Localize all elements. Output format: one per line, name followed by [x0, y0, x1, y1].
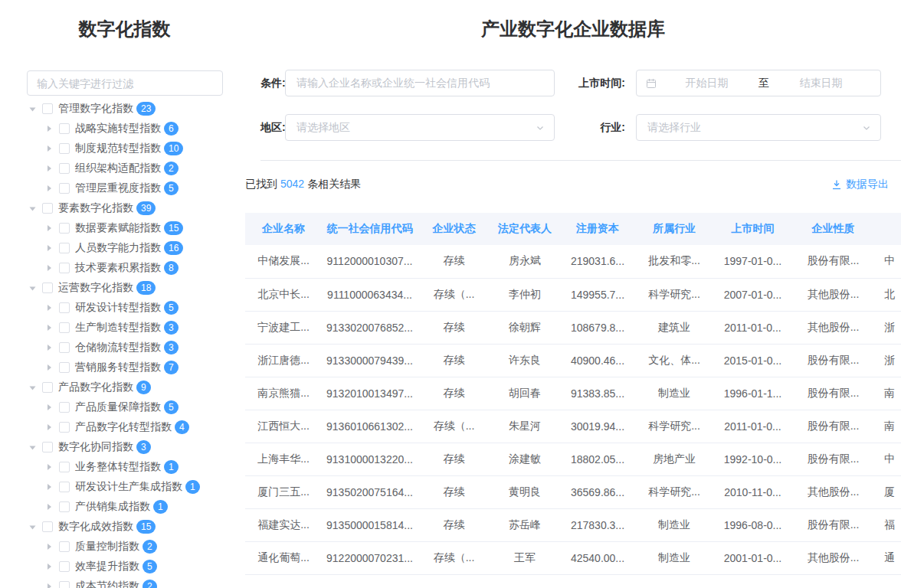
tree-checkbox[interactable]: [59, 163, 70, 174]
tree-item[interactable]: 产供销集成指数1: [0, 497, 249, 517]
caret-right-icon[interactable]: [48, 464, 51, 470]
caret-right-icon[interactable]: [48, 245, 51, 251]
tree-item[interactable]: 效率提升指数5: [0, 557, 249, 577]
tree-item[interactable]: 研发设计转型指数5: [0, 298, 249, 318]
tree-item[interactable]: 管理数字化指数23: [0, 99, 249, 119]
industry-select[interactable]: 请选择行业: [636, 114, 881, 141]
tree-item[interactable]: 数字化协同指数3: [0, 437, 249, 457]
tree-item[interactable]: 数据要素赋能指数15: [0, 218, 249, 238]
caret-down-icon[interactable]: [30, 526, 36, 530]
caret-right-icon[interactable]: [48, 504, 51, 510]
caret-down-icon[interactable]: [30, 108, 36, 112]
tree-checkbox[interactable]: [59, 322, 70, 333]
tree-item[interactable]: 要素数字化指数39: [0, 198, 249, 218]
tree-item[interactable]: 组织架构适配指数2: [0, 158, 249, 178]
table-row[interactable]: 上海丰华...9131000013220...存续涂建敏18802.05...房…: [245, 443, 901, 475]
caret-right-icon[interactable]: [48, 544, 51, 550]
caret-right-icon[interactable]: [48, 424, 51, 430]
tree-item[interactable]: 产品数字化转型指数4: [0, 417, 249, 437]
listing-date-range-picker[interactable]: 开始日期 至 结束日期: [636, 70, 881, 96]
tree-checkbox[interactable]: [59, 501, 70, 512]
tree-checkbox[interactable]: [59, 581, 70, 588]
tree-checkbox[interactable]: [42, 442, 53, 452]
tree-item[interactable]: 运营数字化指数18: [0, 278, 249, 298]
tree-item[interactable]: 产品数字化指数9: [0, 377, 249, 397]
tree-item[interactable]: 生产制造转型指数3: [0, 318, 249, 338]
date-end-placeholder[interactable]: 结束日期: [771, 77, 871, 90]
tree-checkbox[interactable]: [59, 143, 70, 154]
region-select[interactable]: 请选择地区: [285, 114, 555, 141]
caret-right-icon[interactable]: [48, 404, 51, 410]
tree-checkbox[interactable]: [59, 482, 70, 492]
tree-checkbox[interactable]: [59, 561, 70, 572]
caret-right-icon[interactable]: [48, 265, 51, 271]
tree-checkbox[interactable]: [59, 362, 70, 373]
tree-item[interactable]: 成本节约指数2: [0, 577, 249, 588]
table-row[interactable]: 南京熊猫...9132010013497...存续胡回春91383.85...制…: [245, 377, 901, 410]
tree-item[interactable]: 业务整体转型指数1: [0, 457, 249, 477]
table-row[interactable]: 北京中长...9111000063434...存续（...李仲初149955.7…: [245, 278, 901, 311]
tree-checkbox[interactable]: [59, 462, 70, 472]
tree-checkbox[interactable]: [59, 263, 70, 273]
tree-checkbox[interactable]: [42, 521, 53, 532]
caret-right-icon[interactable]: [48, 126, 51, 132]
tree-item[interactable]: 技术要素积累指数8: [0, 258, 249, 278]
caret-right-icon[interactable]: [48, 325, 51, 331]
tree-checkbox[interactable]: [59, 402, 70, 413]
table-row[interactable]: 宁波建工...9133020076852...存续徐朝辉108679.8...建…: [245, 311, 901, 344]
tree-checkbox[interactable]: [42, 203, 53, 214]
table-row[interactable]: 通化葡萄...9122000070231...存续（...王军42540.00.…: [245, 541, 901, 574]
caret-right-icon[interactable]: [48, 225, 51, 231]
table-row[interactable]: 浙江唐德...9133000079439...存续许东良40900.46...文…: [245, 344, 901, 377]
caret-right-icon[interactable]: [48, 305, 51, 311]
caret-right-icon[interactable]: [48, 564, 51, 570]
tree-filter-input[interactable]: [27, 70, 223, 96]
table-cell: 1996-01-1...: [713, 377, 793, 410]
tree-item[interactable]: 质量控制指数2: [0, 537, 249, 557]
table-row[interactable]: 中储发展...9112000010307...存续房永斌219031.6...批…: [245, 245, 901, 278]
caret-right-icon[interactable]: [48, 145, 51, 152]
tree-item[interactable]: 人员数字能力指数16: [0, 238, 249, 258]
condition-input[interactable]: 请输入企业名称或企业统一社会信用代码: [285, 70, 555, 96]
tree-checkbox[interactable]: [59, 123, 70, 134]
caret-right-icon[interactable]: [48, 364, 51, 371]
caret-right-icon[interactable]: [48, 165, 51, 172]
tree-item[interactable]: 数字化成效指数15: [0, 517, 249, 537]
table-row[interactable]: 江西恒大...9136010661302...存续（...朱星河30019.94…: [245, 410, 901, 443]
count-badge: 3: [164, 341, 179, 354]
caret-right-icon[interactable]: [48, 185, 51, 191]
tree-item[interactable]: 营销服务转型指数7: [0, 358, 249, 377]
tree-checkbox[interactable]: [59, 422, 70, 433]
tree-checkbox[interactable]: [42, 283, 53, 293]
count-badge: 2: [143, 580, 157, 588]
tree-checkbox[interactable]: [59, 302, 70, 313]
tree-checkbox[interactable]: [42, 382, 53, 393]
tree-checkbox[interactable]: [59, 541, 70, 552]
caret-down-icon[interactable]: [30, 387, 36, 390]
caret-down-icon[interactable]: [30, 446, 36, 450]
date-start-placeholder[interactable]: 开始日期: [657, 77, 757, 90]
caret-down-icon[interactable]: [30, 287, 36, 291]
table-cell: 2007-01-0...: [713, 278, 793, 311]
table-row[interactable]: 厦门三五...9135020075164...存续黄明良36569.86...科…: [245, 475, 901, 508]
tree-checkbox[interactable]: [42, 103, 53, 114]
tree-item[interactable]: 仓储物流转型指数3: [0, 338, 249, 358]
tree-item[interactable]: 管理层重视度指数5: [0, 178, 249, 198]
tree-checkbox[interactable]: [59, 342, 70, 353]
table-cell: 存续: [418, 311, 490, 344]
caret-right-icon[interactable]: [48, 345, 51, 351]
tree-checkbox[interactable]: [59, 223, 70, 234]
caret-down-icon[interactable]: [30, 207, 36, 211]
tree-item[interactable]: 制度规范转型指数10: [0, 139, 249, 158]
tree-item[interactable]: 战略实施转型指数6: [0, 119, 249, 139]
export-button[interactable]: 数据导出: [831, 178, 889, 191]
tree-item[interactable]: 研发设计生产集成指数1: [0, 477, 249, 497]
tree-checkbox[interactable]: [59, 243, 70, 253]
caret-right-icon[interactable]: [48, 484, 51, 490]
count-badge: 5: [164, 181, 179, 195]
caret-right-icon[interactable]: [48, 583, 51, 588]
table-cell: 许东良: [490, 344, 559, 377]
tree-checkbox[interactable]: [59, 183, 70, 194]
table-row[interactable]: 福建实达...9135000015814...存续苏岳峰217830.3...制…: [245, 508, 901, 541]
tree-item[interactable]: 产品质量保障指数5: [0, 397, 249, 417]
